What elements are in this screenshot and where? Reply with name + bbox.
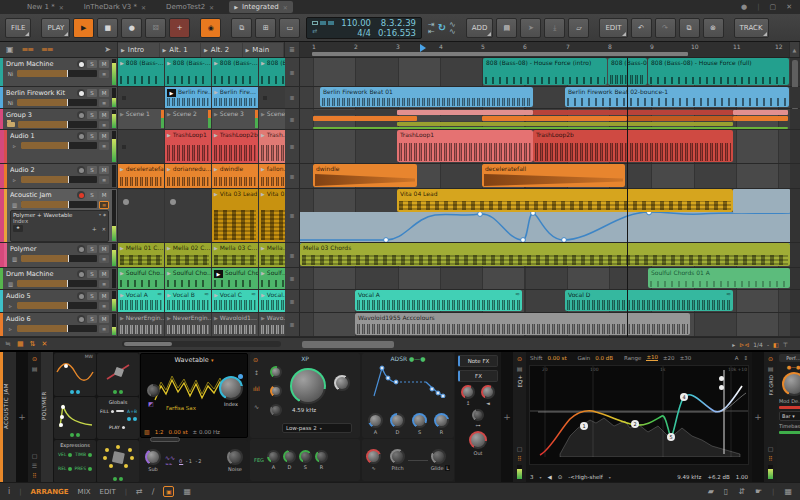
record-clip-button[interactable] bbox=[170, 199, 176, 205]
arranger-clip[interactable]: Vocal D≈ bbox=[565, 290, 733, 311]
band-q[interactable]: 1.00 bbox=[736, 474, 748, 480]
track-header[interactable]: Audio 6SM ▹ bbox=[0, 313, 118, 336]
prev-band-icon[interactable]: ◀ bbox=[548, 474, 552, 480]
volume-slider[interactable] bbox=[21, 201, 97, 208]
dice-icon[interactable]: ◩ bbox=[148, 400, 154, 407]
loop-region[interactable] bbox=[312, 52, 688, 56]
close-icon[interactable]: ✕ bbox=[209, 4, 214, 11]
clip-launcher-cell[interactable]: Berlin Fire… bbox=[212, 87, 258, 108]
sub-knob[interactable]: Sub bbox=[145, 449, 161, 472]
arranger-clip[interactable]: Berlin Firework Beat 02-bounce-1 bbox=[565, 87, 789, 107]
glide-knob[interactable]: Glide L bbox=[431, 449, 450, 471]
play-icon[interactable] bbox=[246, 46, 250, 54]
eq-band-handle[interactable]: 5 bbox=[667, 433, 675, 441]
tab-new1[interactable]: New 1 *✕ bbox=[22, 1, 69, 13]
arranger-clip[interactable]: Wavoloid1955 Acccolours bbox=[355, 313, 690, 335]
piano-panel-icon[interactable]: ▦ bbox=[784, 487, 792, 496]
arranger-clip[interactable]: Berlin Firework Beat 01 bbox=[320, 87, 533, 107]
power-icon[interactable]: ⊙ bbox=[517, 355, 522, 362]
clip-launcher-cell[interactable]: Mella 03 C… bbox=[212, 243, 258, 267]
close-icon[interactable]: ✕ bbox=[59, 4, 64, 11]
track-menu-button[interactable] bbox=[99, 255, 109, 263]
mute-button[interactable]: M bbox=[99, 315, 109, 323]
clip-launcher-cell[interactable]: NeverEngin… bbox=[118, 313, 164, 336]
scroll-right-icon[interactable]: ▸ bbox=[732, 341, 735, 348]
clip-launcher-cell[interactable]: Soulful Cho… bbox=[165, 268, 211, 289]
edit-view-button[interactable]: EDIT bbox=[100, 488, 116, 496]
range-20[interactable]: ±20 bbox=[663, 355, 675, 361]
arranger-clip[interactable]: 808 (Bass-08) - House Force (intro) bbox=[483, 58, 607, 85]
mute-button[interactable]: M bbox=[99, 270, 109, 278]
note-fx-button[interactable]: Note FX bbox=[458, 355, 498, 367]
feg-s-knob[interactable]: S bbox=[299, 450, 312, 470]
browser-panel-icon[interactable]: ▰ bbox=[708, 487, 714, 496]
eq-display[interactable]: Shift0.00 st Gain0.0 dB Range ±10 ±20 ±3… bbox=[526, 352, 752, 482]
power-icon[interactable]: ⊙ bbox=[32, 355, 37, 362]
arranger-clip[interactable]: dwindle bbox=[313, 164, 417, 187]
polymer-device-icons[interactable]: ⊙ ▤ ▢ ☰ ⠿ bbox=[28, 352, 41, 482]
clip-launcher-cell[interactable] bbox=[118, 87, 164, 108]
fade-icon[interactable]: ∿∿ bbox=[449, 21, 456, 35]
cutoff-value[interactable]: 4.59 kHz bbox=[292, 407, 316, 413]
clip-launcher-cell[interactable]: Vocal A≈ bbox=[118, 290, 164, 312]
snap-value[interactable]: 1/4 bbox=[753, 341, 763, 348]
eq-shift-value[interactable]: 0.00 st bbox=[548, 355, 567, 361]
file-button[interactable]: FILE bbox=[5, 18, 31, 38]
stop-clips-button[interactable]: ≣ bbox=[285, 58, 300, 86]
clip-launcher-cell[interactable] bbox=[259, 87, 285, 108]
stop-clips-button[interactable]: ≣ bbox=[285, 268, 300, 289]
solo-button[interactable]: S bbox=[87, 191, 97, 199]
grid-icon[interactable]: ⠿ bbox=[517, 455, 521, 462]
import-button[interactable]: ⤓ bbox=[544, 18, 565, 38]
play-icon[interactable] bbox=[163, 46, 167, 54]
clip-launcher-cell[interactable]: Vocal C≈ bbox=[212, 290, 258, 312]
mix-view-button[interactable]: MIX bbox=[78, 488, 91, 496]
solo-button[interactable]: S bbox=[87, 166, 97, 174]
volume-slider[interactable] bbox=[21, 142, 97, 149]
clip-launcher-cell[interactable]: dorianredu… bbox=[165, 164, 211, 188]
record-arm-button[interactable] bbox=[77, 245, 85, 253]
feg-a-knob[interactable]: A bbox=[267, 450, 280, 470]
track-menu-button[interactable] bbox=[99, 176, 109, 184]
playhead[interactable] bbox=[627, 58, 628, 337]
clip-launcher-cell[interactable] bbox=[118, 189, 164, 242]
track-header[interactable]: PolymerSM ▥ bbox=[0, 243, 118, 267]
time-value[interactable]: 0:16.553 bbox=[378, 28, 416, 38]
snap-minus[interactable]: - bbox=[767, 341, 769, 348]
add-device-button[interactable]: + bbox=[752, 352, 764, 482]
mod-xy[interactable] bbox=[97, 440, 139, 483]
mod-random[interactable] bbox=[97, 353, 139, 396]
solo-button[interactable]: S bbox=[87, 89, 97, 97]
window-restore-button[interactable]: ▢ bbox=[770, 3, 777, 11]
arranger-lane[interactable]: Wavoloid1955 Acccolours bbox=[300, 313, 790, 336]
ratio-value[interactable]: 1:2 bbox=[155, 429, 164, 435]
fxgrid-header[interactable]: Perf… bbox=[779, 354, 800, 362]
track-menu-button[interactable] bbox=[99, 280, 109, 288]
keytrack-icon[interactable]: ▥ bbox=[144, 428, 150, 435]
launcher-hscrollbar[interactable] bbox=[122, 341, 281, 347]
curve-knob[interactable]: ∿ bbox=[366, 449, 381, 471]
group-scene-cell[interactable]: Scene 4 bbox=[259, 109, 285, 129]
mod-expressions[interactable]: Expressions VEL TIMB REL PRES bbox=[54, 440, 96, 483]
arranger-clip[interactable]: 808 (Bass-08) - House Force (full) bbox=[648, 58, 789, 85]
add-panel-button[interactable]: ⊞ bbox=[255, 18, 276, 38]
clip-launcher-cell[interactable]: Wavoloid1… bbox=[212, 313, 258, 336]
power-icon[interactable]: ⊙ bbox=[768, 355, 773, 362]
track-header[interactable]: Audio 2SM ▹ bbox=[0, 164, 118, 188]
grid-icon[interactable]: ⠿ bbox=[768, 455, 772, 462]
band-freq[interactable]: 9.49 kHz bbox=[677, 474, 701, 480]
clip-launcher-cell[interactable]: Soulful Cho… bbox=[118, 268, 164, 289]
tab-demotest2[interactable]: DemoTest2✕ bbox=[161, 1, 219, 13]
arranger-lane[interactable]: dwindle deceleratefall bbox=[300, 164, 790, 188]
layers-icon[interactable]: ▣ bbox=[6, 45, 14, 54]
mute-button[interactable]: M bbox=[99, 60, 109, 68]
record-arm-button[interactable] bbox=[77, 89, 85, 97]
grid-view-button[interactable]: ▦ bbox=[183, 487, 191, 496]
automation-lane[interactable] bbox=[300, 212, 790, 242]
shuffle-button[interactable]: ⚄ bbox=[145, 18, 166, 38]
file-panel-icon[interactable]: ▯ bbox=[724, 487, 728, 496]
eq-band-handle[interactable]: 2 bbox=[631, 420, 639, 428]
mapping-icon[interactable]: ⇵ bbox=[738, 487, 745, 496]
magnet-icon[interactable]: ◧ bbox=[773, 341, 779, 348]
feg-r-knob[interactable]: R bbox=[315, 450, 328, 470]
